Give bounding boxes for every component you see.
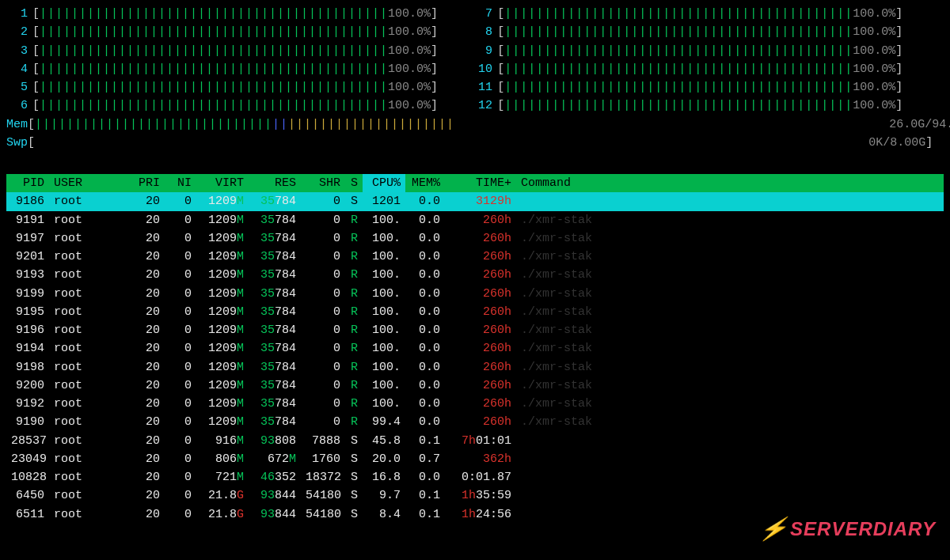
mem-value: 26.0G/94.2G	[454, 115, 950, 134]
col-ni[interactable]: NI	[165, 174, 196, 192]
process-row[interactable]: 6450 root 20 0 21.8G 93844 54180 S 9.7 0…	[6, 486, 944, 505]
cpu-meter-5: 5[||||||||||||||||||||||||||||||||||||||…	[6, 78, 438, 96]
process-row[interactable]: 28537 root 20 0 916M 93808 7888 S 45.8 0…	[6, 432, 944, 450]
cpu-meter-3: 3[||||||||||||||||||||||||||||||||||||||…	[6, 42, 438, 60]
process-row[interactable]: 9198 root 20 0 1209M 35784 0 R 100. 0.0 …	[6, 358, 944, 376]
memory-meter: Mem[||||||||||||||||||||||||||||||||||||…	[6, 115, 944, 134]
swap-meter: Swp[0K/8.00G]	[6, 134, 944, 152]
cpu-meter-6: 6[||||||||||||||||||||||||||||||||||||||…	[6, 96, 438, 115]
col-cpu[interactable]: CPU%	[363, 174, 405, 192]
process-row[interactable]: 10828 root 20 0 721M 46352 18372 S 16.8 …	[6, 468, 944, 486]
process-row[interactable]: 9191 root 20 0 1209M 35784 0 R 100. 0.0 …	[6, 211, 944, 229]
htop-screen: 1[||||||||||||||||||||||||||||||||||||||…	[0, 0, 950, 560]
process-row[interactable]: 9195 root 20 0 1209M 35784 0 R 100. 0.0 …	[6, 303, 944, 321]
col-res[interactable]: RES	[249, 174, 301, 192]
col-time[interactable]: TIME+	[445, 174, 516, 192]
watermark-logo: ⚡SERVERDIARY	[760, 512, 936, 546]
process-row[interactable]: 9200 root 20 0 1209M 35784 0 R 100. 0.0 …	[6, 376, 944, 395]
cpu-meter-4: 4[||||||||||||||||||||||||||||||||||||||…	[6, 60, 438, 78]
process-row[interactable]: 9194 root 20 0 1209M 35784 0 R 100. 0.0 …	[6, 339, 944, 358]
cpu-meter-10: 10[|||||||||||||||||||||||||||||||||||||…	[471, 60, 902, 78]
cpu-meter-7: 7[||||||||||||||||||||||||||||||||||||||…	[471, 5, 902, 23]
process-row[interactable]: 9201 root 20 0 1209M 35784 0 R 100. 0.0 …	[6, 248, 944, 266]
cpu-meter-12: 12[|||||||||||||||||||||||||||||||||||||…	[471, 96, 902, 115]
cpu-meter-9: 9[||||||||||||||||||||||||||||||||||||||…	[471, 42, 902, 60]
cpu-meter-1: 1[||||||||||||||||||||||||||||||||||||||…	[6, 5, 438, 23]
bolt-icon: ⚡	[757, 512, 792, 546]
process-row[interactable]: 23049 root 20 0 806M 672M 1760 S 20.0 0.…	[6, 450, 944, 468]
process-row[interactable]: 9193 root 20 0 1209M 35784 0 R 100. 0.0 …	[6, 266, 944, 284]
cpu-meter-11: 11[|||||||||||||||||||||||||||||||||||||…	[471, 78, 902, 96]
col-user[interactable]: USER	[49, 174, 128, 192]
process-table[interactable]: PID USER PRI NI VIRT RES SHR S CPU% MEM%…	[6, 174, 944, 524]
cpu-meters: 1[||||||||||||||||||||||||||||||||||||||…	[6, 5, 944, 115]
col-shr[interactable]: SHR	[301, 174, 345, 192]
table-header-row[interactable]: PID USER PRI NI VIRT RES SHR S CPU% MEM%…	[6, 174, 944, 192]
cpu-meter-8: 8[||||||||||||||||||||||||||||||||||||||…	[471, 23, 902, 41]
swap-value: 0K/8.00G	[35, 134, 925, 152]
cpu-meters-left: 1[||||||||||||||||||||||||||||||||||||||…	[6, 5, 438, 115]
process-row[interactable]: 9190 root 20 0 1209M 35784 0 R 99.4 0.0 …	[6, 413, 944, 431]
cpu-meter-2: 2[||||||||||||||||||||||||||||||||||||||…	[6, 23, 438, 41]
col-s[interactable]: S	[345, 174, 363, 192]
col-virt[interactable]: VIRT	[196, 174, 249, 192]
cpu-meters-right: 7[||||||||||||||||||||||||||||||||||||||…	[471, 5, 902, 115]
process-row[interactable]: 9192 root 20 0 1209M 35784 0 R 100. 0.0 …	[6, 395, 944, 413]
col-command[interactable]: Command	[516, 174, 944, 192]
process-row[interactable]: 9199 root 20 0 1209M 35784 0 R 100. 0.0 …	[6, 285, 944, 303]
process-row[interactable]: 9196 root 20 0 1209M 35784 0 R 100. 0.0 …	[6, 321, 944, 339]
col-pri[interactable]: PRI	[128, 174, 165, 192]
col-mem[interactable]: MEM%	[405, 174, 445, 192]
col-pid[interactable]: PID	[6, 174, 49, 192]
process-row[interactable]: 9186 root 20 0 1209M 35784 0 S 1201 0.0 …	[6, 192, 944, 210]
process-row[interactable]: 9197 root 20 0 1209M 35784 0 R 100. 0.0 …	[6, 229, 944, 248]
